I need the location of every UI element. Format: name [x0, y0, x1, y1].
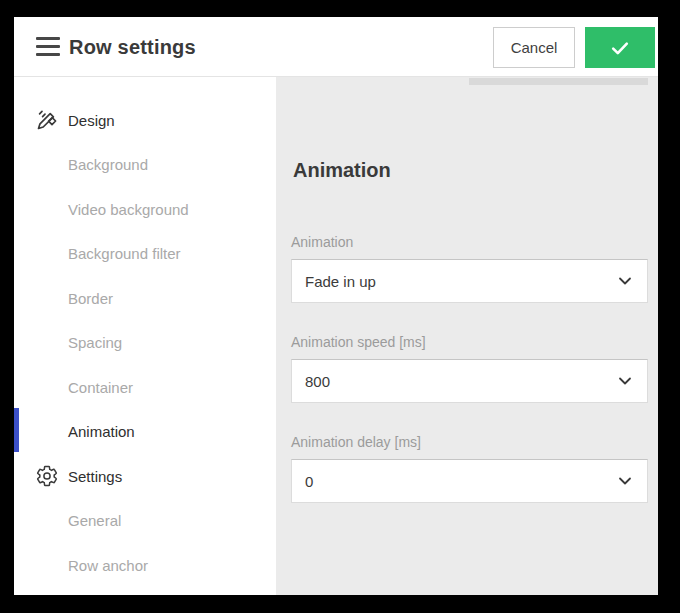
- page-title: Row settings: [69, 17, 196, 77]
- sidebar-item-label: Container: [68, 379, 133, 396]
- animation-speed-field: Animation speed [ms] 800: [291, 334, 648, 403]
- sidebar-item-settings[interactable]: Settings: [14, 454, 276, 499]
- chevron-down-icon: [616, 372, 634, 390]
- sidebar-item-spacing[interactable]: Spacing: [14, 321, 276, 366]
- animation-delay-select[interactable]: 0: [291, 459, 648, 503]
- design-icon: [35, 108, 59, 132]
- animation-select[interactable]: Fade in up: [291, 259, 648, 303]
- sidebar-item-label: Row anchor: [68, 557, 148, 574]
- sidebar-item-label: Video background: [68, 201, 189, 218]
- row-settings-modal: Row settings Cancel Design: [0, 0, 680, 613]
- animation-field: Animation Fade in up: [291, 234, 648, 303]
- sidebar-item-background[interactable]: Background: [14, 143, 276, 188]
- confirm-button[interactable]: [585, 27, 655, 68]
- sidebar-item-label: Settings: [68, 468, 122, 485]
- chevron-down-icon: [616, 472, 634, 490]
- field-label: Animation: [291, 234, 648, 250]
- sidebar-item-label: General: [68, 512, 121, 529]
- button-drop-shadow: [469, 78, 648, 85]
- sidebar-item-general[interactable]: General: [14, 499, 276, 544]
- sidebar-item-design[interactable]: Design: [14, 98, 276, 143]
- select-value: 800: [305, 373, 330, 390]
- sidebar-item-label: Spacing: [68, 334, 122, 351]
- hamburger-menu-icon[interactable]: [36, 37, 60, 56]
- animation-speed-select[interactable]: 800: [291, 359, 648, 403]
- settings-sidebar: Design Background Video background Backg…: [14, 77, 276, 595]
- select-value: Fade in up: [305, 273, 376, 290]
- checkmark-icon: [608, 36, 632, 60]
- sidebar-item-label: Animation: [68, 423, 135, 440]
- animation-delay-field: Animation delay [ms] 0: [291, 434, 648, 503]
- animation-settings-panel: Animation Animation Fade in up Animation…: [276, 77, 658, 595]
- modal-header: Row settings Cancel: [14, 17, 658, 77]
- sidebar-item-animation[interactable]: Animation: [14, 410, 276, 455]
- gear-icon: [35, 464, 59, 488]
- field-label: Animation delay [ms]: [291, 434, 648, 450]
- select-value: 0: [305, 473, 313, 490]
- sidebar-nav: Design Background Video background Backg…: [14, 77, 276, 588]
- sidebar-item-label: Design: [68, 112, 115, 129]
- sidebar-item-video-background[interactable]: Video background: [14, 187, 276, 232]
- active-indicator-bar: [14, 408, 19, 452]
- field-label: Animation speed [ms]: [291, 334, 648, 350]
- cancel-button[interactable]: Cancel: [493, 27, 575, 68]
- chevron-down-icon: [616, 272, 634, 290]
- sidebar-item-border[interactable]: Border: [14, 276, 276, 321]
- sidebar-item-container[interactable]: Container: [14, 365, 276, 410]
- section-heading: Animation: [293, 159, 391, 182]
- sidebar-item-label: Border: [68, 290, 113, 307]
- sidebar-item-row-anchor[interactable]: Row anchor: [14, 543, 276, 588]
- sidebar-item-background-filter[interactable]: Background filter: [14, 232, 276, 277]
- sidebar-item-label: Background filter: [68, 245, 181, 262]
- sidebar-item-label: Background: [68, 156, 148, 173]
